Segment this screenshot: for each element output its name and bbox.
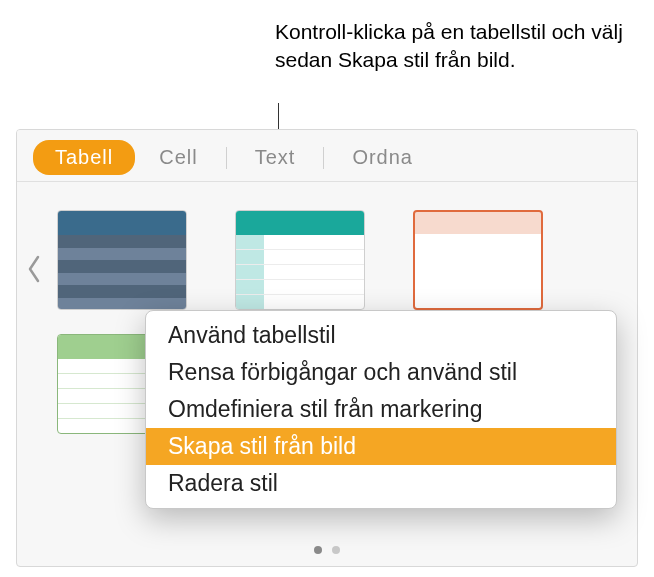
inspector-tabs: Tabell Cell Text Ordna (17, 130, 637, 182)
menu-item-delete-style[interactable]: Radera stil (146, 465, 616, 502)
tab-cell[interactable]: Cell (135, 140, 221, 175)
pager-dot[interactable] (314, 546, 322, 554)
tab-separator (323, 147, 324, 169)
menu-item-redefine-style[interactable]: Omdefiniera stil från markering (146, 391, 616, 428)
instruction-callout: Kontroll-klicka på en tabellstil och väl… (275, 18, 654, 75)
tab-text[interactable]: Text (231, 140, 320, 175)
table-style-thumbnail[interactable] (57, 210, 187, 310)
menu-item-clear-overrides[interactable]: Rensa förbigångar och använd stil (146, 354, 616, 391)
menu-item-apply-style[interactable]: Använd tabellstil (146, 317, 616, 354)
table-style-thumbnail[interactable] (413, 210, 543, 310)
context-menu: Använd tabellstil Rensa förbigångar och … (145, 310, 617, 509)
menu-item-create-style-from-image[interactable]: Skapa stil från bild (146, 428, 616, 465)
pager-dot[interactable] (332, 546, 340, 554)
tab-ordna[interactable]: Ordna (328, 140, 437, 175)
tab-tabell[interactable]: Tabell (33, 140, 135, 175)
table-style-thumbnail[interactable] (235, 210, 365, 310)
style-pager (17, 546, 637, 554)
tab-separator (226, 147, 227, 169)
table-styles-row (17, 182, 637, 320)
chevron-left-icon[interactable] (25, 254, 43, 284)
